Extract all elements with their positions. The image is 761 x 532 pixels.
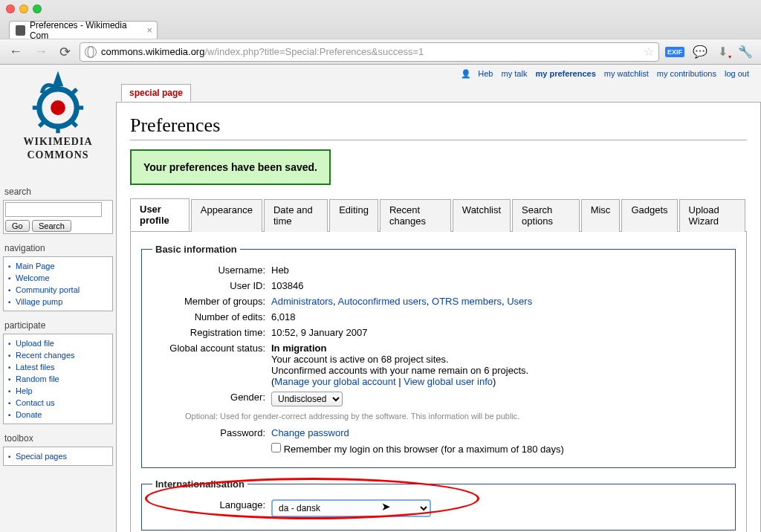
tab-date-time[interactable]: Date and time: [264, 199, 328, 232]
url-text: commons.wikimedia.org/w/index.php?title=…: [101, 46, 639, 57]
forward-button: →: [31, 42, 51, 61]
change-password-link[interactable]: Change password: [271, 427, 349, 438]
tool-special-pages[interactable]: Special pages: [16, 452, 67, 461]
part-upload-file[interactable]: Upload file: [16, 339, 54, 348]
tab-recent-changes[interactable]: Recent changes: [380, 199, 451, 232]
logo-text-2: COMMONS: [6, 149, 110, 161]
sidebar: search Go Search navigation Main Page We…: [3, 184, 113, 472]
nav-community-portal[interactable]: Community portal: [16, 285, 80, 294]
intl-fieldset: Internationalisation Language:da - dansk…: [141, 479, 736, 531]
search-heading: search: [3, 184, 113, 200]
special-page-tab[interactable]: special page: [121, 84, 191, 102]
svg-line-6: [71, 89, 77, 94]
exif-badge[interactable]: EXIF: [665, 47, 684, 57]
gender-label: Gender:: [152, 392, 271, 403]
close-tab-icon[interactable]: ×: [146, 25, 152, 36]
gender-select[interactable]: Undisclosed: [271, 392, 343, 406]
link-logout[interactable]: log out: [725, 69, 749, 78]
part-latest-files[interactable]: Latest files: [16, 363, 55, 372]
intl-legend: Internationalisation: [152, 479, 247, 490]
tab-editing[interactable]: Editing: [329, 199, 378, 232]
tab-gadgets[interactable]: Gadgets: [621, 199, 677, 232]
part-donate[interactable]: Donate: [16, 410, 42, 419]
link-mytalk[interactable]: my talk: [502, 69, 528, 78]
wrench-icon[interactable]: 🔧: [736, 45, 755, 59]
link-mycontributions[interactable]: my contributions: [657, 69, 716, 78]
groups-value: Administrators, Autoconfirmed users, OTR…: [271, 296, 725, 307]
go-button[interactable]: Go: [5, 220, 30, 232]
nav-welcome[interactable]: Welcome: [16, 273, 50, 282]
back-button[interactable]: ←: [6, 42, 25, 61]
reg-label: Registration time:: [152, 327, 271, 338]
minimize-window-button[interactable]: [19, 4, 28, 13]
globe-icon: [85, 46, 97, 58]
toolbox-box: Special pages: [3, 447, 113, 466]
favicon-icon: [16, 25, 25, 36]
gstatus-value: In migration Your account is active on 6…: [271, 343, 725, 387]
edits-label: Number of edits:: [152, 311, 271, 322]
tab-title: Preferences - Wikimedia Com: [30, 20, 139, 41]
nav-box: Main Page Welcome Community portal Villa…: [3, 256, 113, 311]
tab-user-profile[interactable]: User profile: [130, 198, 190, 231]
page: 👤 Heb my talk my preferences my watchlis…: [0, 65, 761, 532]
toolbox-heading: toolbox: [3, 430, 113, 447]
page-title: Preferences: [130, 110, 747, 140]
bookmark-star-icon[interactable]: ☆: [644, 45, 654, 59]
part-contact-us[interactable]: Contact us: [16, 398, 55, 407]
url-box[interactable]: commons.wikimedia.org/w/index.php?title=…: [80, 42, 659, 62]
nav-village-pump[interactable]: Village pump: [16, 297, 62, 306]
link-mywatchlist[interactable]: my watchlist: [604, 69, 649, 78]
search-input[interactable]: [5, 202, 102, 217]
link-manage-global[interactable]: Manage your global account: [274, 376, 395, 387]
group-users[interactable]: Users: [507, 296, 532, 307]
cursor-icon: ➤: [381, 500, 391, 513]
commons-logo-icon: [25, 68, 91, 134]
language-label: Language:: [152, 499, 271, 510]
chat-icon[interactable]: 💬: [690, 45, 710, 59]
language-select[interactable]: da - dansk: [271, 499, 431, 517]
close-window-button[interactable]: [6, 4, 15, 13]
part-random-file[interactable]: Random file: [16, 374, 59, 383]
svg-point-1: [51, 100, 65, 115]
group-otrs[interactable]: OTRS members: [432, 296, 502, 307]
content: special page Preferences Your preference…: [116, 102, 761, 532]
browser-toolbar: ← → ⟳ commons.wikimedia.org/w/index.php?…: [0, 39, 761, 64]
tab-appearance[interactable]: Appearance: [191, 199, 262, 232]
search-button[interactable]: Search: [32, 220, 71, 232]
username-label: Username:: [152, 265, 271, 276]
search-box: Go Search: [3, 200, 113, 234]
link-view-global[interactable]: View global user info: [404, 376, 493, 387]
groups-label: Member of groups:: [152, 296, 271, 307]
userid-label: User ID:: [152, 280, 271, 291]
logo-text-1: WIKIMEDIA: [6, 136, 110, 148]
remember-checkbox[interactable]: [271, 443, 281, 452]
nav-heading: navigation: [3, 240, 113, 256]
site-logo[interactable]: WIKIMEDIA COMMONS: [6, 68, 110, 161]
link-myprefs[interactable]: my preferences: [535, 69, 595, 78]
participate-box: Upload file Recent changes Latest files …: [3, 334, 113, 424]
browser-tab[interactable]: Preferences - Wikimedia Com ×: [9, 21, 158, 39]
browser-tabbar: Preferences - Wikimedia Com ×: [0, 18, 761, 39]
part-help[interactable]: Help: [16, 386, 33, 395]
tab-watchlist[interactable]: Watchlist: [453, 199, 511, 232]
group-administrators[interactable]: Administrators: [271, 296, 333, 307]
nav-main-page[interactable]: Main Page: [16, 262, 55, 270]
tab-search-options[interactable]: Search options: [512, 199, 580, 232]
gender-hint: Optional: Used for gender-correct addres…: [152, 412, 725, 421]
part-recent-changes[interactable]: Recent changes: [16, 351, 75, 360]
reload-button[interactable]: ⟳: [56, 42, 74, 62]
browser-chrome: Preferences - Wikimedia Com × ← → ⟳ comm…: [0, 0, 761, 65]
download-icon[interactable]: ⬇: [716, 45, 730, 59]
tab-misc[interactable]: Misc: [581, 199, 621, 232]
user-icon: 👤: [461, 69, 471, 78]
svg-line-7: [71, 121, 77, 126]
traffic-lights: [6, 4, 42, 13]
tab-upload-wizard[interactable]: Upload Wizard: [679, 199, 745, 232]
link-user[interactable]: Heb: [478, 69, 493, 78]
window-titlebar: [0, 0, 761, 18]
basic-info-legend: Basic information: [152, 244, 240, 255]
zoom-window-button[interactable]: [33, 4, 42, 13]
userid-value: 103846: [271, 280, 725, 291]
group-autoconfirmed[interactable]: Autoconfirmed users: [338, 296, 427, 307]
gstatus-label: Global account status:: [152, 343, 271, 354]
